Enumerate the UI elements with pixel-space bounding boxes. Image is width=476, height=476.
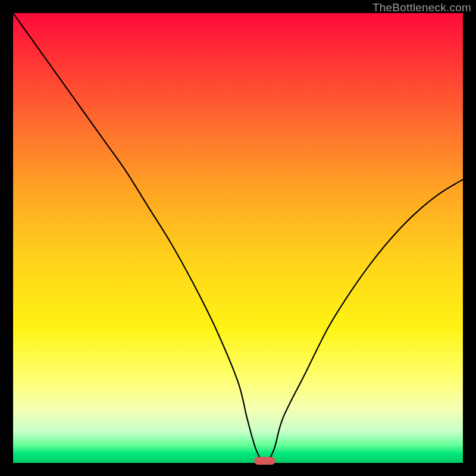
plot-area	[13, 13, 463, 463]
sweet-spot-marker	[254, 457, 275, 465]
chart-frame: TheBottleneck.com	[0, 0, 476, 476]
watermark-text: TheBottleneck.com	[372, 1, 471, 14]
bottleneck-curve	[13, 13, 463, 463]
